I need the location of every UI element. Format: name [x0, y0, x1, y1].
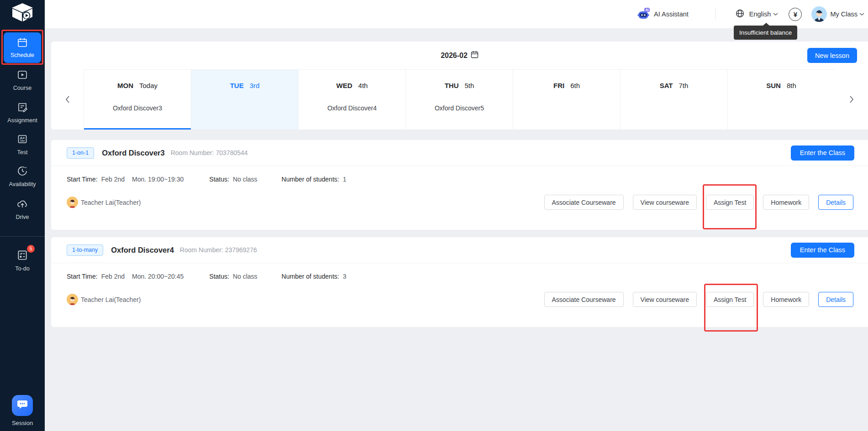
teacher-name: Teacher Lai(Teacher): [81, 199, 141, 206]
day-name: MON: [117, 82, 133, 89]
todo-badge: 5: [27, 245, 35, 253]
todo-icon: 5: [16, 249, 28, 263]
account-label: My Class: [830, 10, 857, 18]
day-course: Oxford Discover3: [84, 104, 191, 112]
day-column-sat[interactable]: SAT7th: [620, 69, 727, 130]
sidebar: Schedule Course Assignment A+: [0, 0, 45, 431]
homework-button[interactable]: Homework: [763, 195, 809, 210]
lesson-type-badge: 1-to-many: [67, 244, 103, 256]
day-name: WED: [337, 82, 352, 89]
start-time-label: Start Time:: [67, 273, 98, 280]
homework-button[interactable]: Homework: [763, 292, 809, 307]
avatar[interactable]: [811, 6, 827, 22]
test-card-icon: A+: [17, 138, 28, 146]
sidebar-item-schedule[interactable]: Schedule: [4, 32, 41, 63]
lesson-type-badge: 1-on-1: [67, 147, 94, 159]
start-time-label: Start Time:: [67, 176, 98, 183]
day-date: 5th: [464, 82, 474, 89]
day-column-fri[interactable]: FRI6th: [513, 69, 620, 130]
lesson-title: Oxford Discover4: [111, 246, 174, 254]
app-logo-icon[interactable]: [11, 3, 33, 24]
sidebar-item-availability[interactable]: Availability: [0, 166, 45, 187]
sidebar-divider: [0, 236, 45, 237]
sidebar-item-label: Course: [0, 85, 45, 91]
enter-class-button[interactable]: Enter the Class: [791, 243, 854, 258]
next-week-button[interactable]: [835, 69, 868, 130]
chevron-right-icon: [849, 96, 854, 103]
month-label: 2026-02: [441, 52, 468, 60]
day-date: 6th: [570, 82, 580, 89]
day-course: Oxford Discover5: [406, 104, 513, 112]
prev-week-button[interactable]: [51, 69, 84, 130]
view-courseware-button[interactable]: View courseware: [633, 195, 697, 210]
chevron-down-icon: [859, 12, 864, 16]
enter-class-button[interactable]: Enter the Class: [791, 145, 854, 161]
assign-test-button[interactable]: Assign Test: [706, 292, 754, 307]
day-name: SAT: [660, 82, 673, 89]
language-selector[interactable]: English: [733, 9, 779, 19]
room-number: Room Number: 237969276: [180, 246, 257, 254]
chevron-down-icon: [773, 12, 778, 16]
balance-button[interactable]: ¥: [789, 8, 802, 21]
start-time-date: Feb 2nd: [101, 273, 125, 280]
sidebar-item-test[interactable]: A+ Test: [0, 134, 45, 156]
sidebar-item-label: Assignment: [0, 117, 45, 124]
day-name: TUE: [230, 82, 244, 89]
sidebar-item-label: Availability: [0, 181, 45, 187]
day-column-sun[interactable]: SUN8th: [727, 69, 835, 130]
details-button[interactable]: Details: [818, 195, 853, 210]
robot-icon: AI: [637, 7, 650, 21]
students-count: 1: [343, 176, 347, 183]
ai-assistant-button[interactable]: AI AI Assistant: [634, 7, 689, 21]
day-date: 3rd: [250, 82, 260, 89]
day-date: 7th: [679, 82, 689, 89]
associate-courseware-button[interactable]: Associate Courseware: [544, 195, 624, 210]
day-column-tue[interactable]: TUE3rd: [191, 69, 298, 130]
status-label: Status:: [209, 176, 229, 183]
associate-courseware-button[interactable]: Associate Courseware: [544, 292, 624, 307]
sidebar-item-course[interactable]: Course: [0, 69, 45, 91]
students-count: 3: [343, 273, 347, 280]
sidebar-item-assignment[interactable]: Assignment: [0, 102, 45, 124]
sidebar-item-label: To-do: [0, 265, 45, 272]
clock-icon: [17, 170, 28, 178]
month-picker[interactable]: 2026-02: [51, 42, 868, 69]
insufficient-balance-tooltip: Insufficient balance: [734, 26, 797, 40]
new-lesson-button[interactable]: New lesson: [807, 48, 857, 63]
globe-icon: [736, 9, 744, 19]
chevron-left-icon: [65, 96, 70, 103]
start-time-range: Mon. 20:00~20:45: [132, 273, 184, 280]
teacher-info: Teacher Lai(Teacher): [67, 197, 141, 208]
svg-text:A+: A+: [20, 136, 25, 140]
start-time-range: Mon. 19:00~19:30: [132, 176, 184, 183]
room-number: Room Number: 703780544: [171, 149, 248, 156]
day-name: FRI: [553, 82, 564, 89]
day-course: Oxford Discover4: [299, 104, 405, 112]
status-label: Status:: [209, 273, 229, 280]
sidebar-item-label: Drive: [0, 214, 45, 220]
sidebar-item-label: Schedule: [4, 52, 41, 58]
account-menu[interactable]: My Class: [830, 10, 864, 18]
day-column-mon[interactable]: MONToday Oxford Discover3: [84, 69, 191, 130]
sidebar-item-label: Test: [0, 149, 45, 156]
session-label: Session: [0, 420, 45, 426]
day-column-wed[interactable]: WED4th Oxford Discover4: [298, 69, 405, 130]
view-courseware-button[interactable]: View courseware: [633, 292, 697, 307]
yen-icon: ¥: [794, 10, 797, 18]
assign-test-button[interactable]: Assign Test: [706, 195, 754, 210]
students-label: Number of students:: [282, 273, 339, 280]
video-icon: [17, 74, 28, 82]
teacher-avatar: [67, 197, 78, 208]
calendar-small-icon: [471, 51, 479, 60]
lesson-card: 1-on-1 Oxford Discover3 Room Number: 703…: [51, 140, 868, 230]
svg-text:AI: AI: [646, 8, 649, 11]
students-label: Number of students:: [282, 176, 339, 183]
sidebar-item-drive[interactable]: Drive: [0, 198, 45, 220]
details-button[interactable]: Details: [818, 292, 853, 307]
sidebar-item-todo[interactable]: 5 To-do: [0, 249, 45, 272]
day-name: THU: [445, 82, 459, 89]
lesson-title: Oxford Discover3: [102, 149, 165, 157]
session-button[interactable]: [12, 395, 33, 416]
day-column-thu[interactable]: THU5th Oxford Discover5: [405, 69, 513, 130]
day-date: Today: [139, 82, 158, 89]
